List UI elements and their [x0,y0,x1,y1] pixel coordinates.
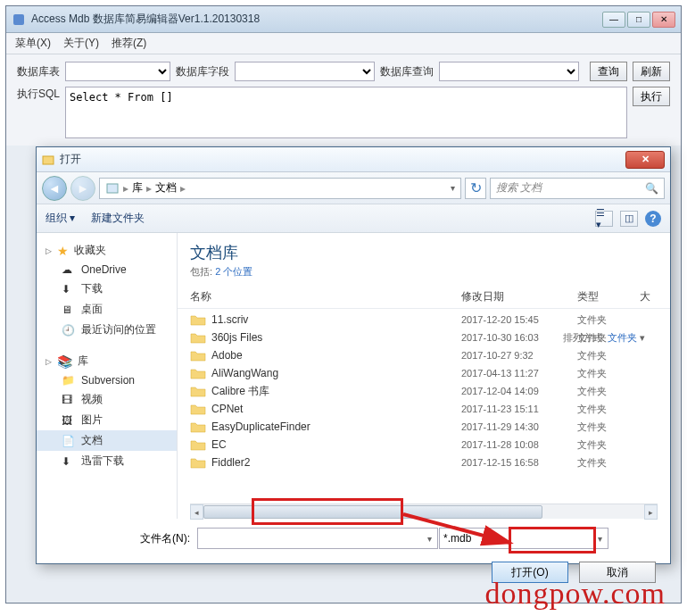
filename-dropdown-icon[interactable]: ▾ [427,534,432,544]
sidebar-item-onedrive[interactable]: ☁OneDrive [37,261,177,279]
list-item[interactable]: 11.scriv2017-12-20 15:45文件夹 [178,311,670,329]
chevron-right-icon: ▸ [123,182,128,195]
refresh-button[interactable]: 刷新 [633,62,670,81]
sidebar-item-xunlei[interactable]: ⬇迅雷下载 [37,451,177,471]
file-date: 2017-11-28 10:08 [461,439,577,450]
dialog-toolbar: 组织 ▾ 新建文件夹 ☰ ▾ ◫ ? [37,204,670,233]
list-item[interactable]: EC2017-11-28 10:08文件夹 [178,436,670,454]
close-button[interactable]: ✕ [652,12,675,28]
list-item[interactable]: EasyDuplicateFinder2017-11-29 14:30文件夹 [178,418,670,436]
scroll-right-button[interactable]: ▸ [644,504,658,520]
list-item[interactable]: Fiddler22017-12-15 16:58文件夹 [178,454,670,471]
sidebar-item-pictures[interactable]: 🖼图片 [37,410,177,430]
cancel-button[interactable]: 取消 [579,562,656,583]
menu-item[interactable]: 关于(Y) [63,36,99,51]
dialog-icon [42,154,54,166]
help-icon[interactable]: ? [645,211,661,227]
pane-title: 文档库 [190,242,658,263]
list-item[interactable]: AliWangWang2017-04-13 11:27文件夹 [178,364,670,382]
file-name: Adobe [211,349,461,362]
filename-input[interactable] [197,528,438,549]
dialog-title: 打开 [60,152,625,167]
query-label: 数据库查询 [380,64,434,79]
file-type: 文件夹 [577,367,640,380]
preview-pane-button[interactable]: ◫ [620,211,638,227]
filetype-combo[interactable] [439,528,608,549]
query-combo[interactable] [439,62,579,81]
file-pane: 文档库 包括: 2 个位置 排列方式: 文件夹 ▾ 名称 修改日期 类型 大 1… [178,233,670,519]
file-date: 2017-11-29 14:30 [461,421,577,432]
file-type: 文件夹 [577,420,640,434]
file-name: 11.scriv [211,313,461,326]
chevron-right-icon: ▸ [180,182,186,195]
col-size[interactable]: 大 [640,289,658,304]
file-date: 2017-11-23 15:11 [461,404,577,414]
app-title: Access Mdb 数据库简易编辑器Ver1.1.20130318 [31,12,602,27]
download-icon: ⬇ [62,455,76,468]
sort-control[interactable]: 排列方式: 文件夹 ▾ [563,331,645,345]
menu-item[interactable]: 推荐(Z) [112,36,146,51]
file-name: 360js Files [211,331,461,344]
file-type: 文件夹 [577,349,640,362]
search-placeholder: 搜索 文档 [496,180,542,196]
sidebar-item-subversion[interactable]: 📁Subversion [37,371,177,389]
filetype-dropdown-icon[interactable]: ▾ [598,534,602,544]
pane-subtitle: 包括: 2 个位置 [190,265,658,279]
sidebar-item-desktop[interactable]: 🖥桌面 [37,299,177,320]
file-type: 文件夹 [577,403,640,416]
open-button[interactable]: 打开(O) [492,562,568,583]
sidebar-item-downloads[interactable]: ⬇下载 [37,279,177,299]
file-name: CPNet [211,403,461,415]
list-item[interactable]: Calibre 书库2017-12-04 14:09文件夹 [178,382,670,400]
sidebar-item-recent[interactable]: 🕘最近访问的位置 [37,320,177,340]
sql-textarea[interactable]: Select * From [] [65,87,627,138]
file-date: 2017-10-27 9:32 [461,350,577,361]
field-combo[interactable] [235,62,375,81]
file-date: 2017-10-30 16:03 [461,332,577,343]
sidebar-item-documents[interactable]: 📄文档 [37,430,177,451]
sidebar-libraries-header[interactable]: ▷ 📚 库 [37,351,177,371]
dialog-titlebar[interactable]: 打开 ✕ [37,147,670,172]
col-name[interactable]: 名称 [190,289,461,304]
exec-button[interactable]: 执行 [633,87,670,106]
scroll-left-button[interactable]: ◂ [190,504,203,520]
chevron-down-icon: ▷ [46,357,52,366]
file-name: Fiddler2 [211,456,461,469]
col-type[interactable]: 类型 [577,289,640,304]
table-combo[interactable] [65,62,170,81]
app-titlebar[interactable]: Access Mdb 数据库简易编辑器Ver1.1.20130318 — □ ✕ [6,6,681,33]
breadcrumb[interactable]: ▸ 库 ▸ 文档 ▸ ▾ [99,178,461,199]
library-icon [105,181,120,196]
breadcrumb-item[interactable]: 文档 [155,180,177,196]
open-dialog: 打开 ✕ ◄ ► ▸ 库 ▸ 文档 ▸ ▾ ↻ 搜索 文档 🔍 组织 ▾ 新建文… [36,146,671,564]
scroll-thumb[interactable] [203,505,542,519]
horizontal-scrollbar[interactable]: ◂ ▸ [190,504,658,519]
svg-rect-0 [13,14,24,25]
sidebar-favorites-header[interactable]: ▷ ★ 收藏夹 [37,240,177,261]
list-item[interactable]: Adobe2017-10-27 9:32文件夹 [178,346,670,364]
query-button[interactable]: 查询 [590,62,627,81]
newfolder-button[interactable]: 新建文件夹 [91,211,145,226]
dialog-close-button[interactable]: ✕ [625,151,665,169]
sql-label: 执行SQL [17,87,60,102]
chevron-down-icon[interactable]: ▾ [451,183,455,193]
search-input[interactable]: 搜索 文档 🔍 [490,178,665,199]
list-item[interactable]: CPNet2017-11-23 15:11文件夹 [178,400,670,418]
view-mode-button[interactable]: ☰ ▾ [595,211,613,227]
breadcrumb-item[interactable]: 库 [132,180,143,196]
col-date[interactable]: 修改日期 [461,289,577,304]
organize-menu[interactable]: 组织 ▾ [46,211,75,226]
minimize-button[interactable]: — [602,12,625,28]
column-headers[interactable]: 名称 修改日期 类型 大 [178,284,670,309]
file-name: EC [211,438,461,451]
nav-refresh-button[interactable]: ↻ [465,178,486,199]
locations-link[interactable]: 2 个位置 [215,266,252,277]
menu-item[interactable]: 菜单(X) [15,36,51,51]
nav-back-button[interactable]: ◄ [42,176,67,201]
file-name: EasyDuplicateFinder [211,420,461,433]
maximize-button[interactable]: □ [627,12,650,28]
sidebar-item-videos[interactable]: 🎞视频 [37,389,177,410]
library-icon: 📚 [57,354,72,369]
file-date: 2017-12-15 16:58 [461,457,577,468]
nav-forward-button[interactable]: ► [70,176,95,201]
